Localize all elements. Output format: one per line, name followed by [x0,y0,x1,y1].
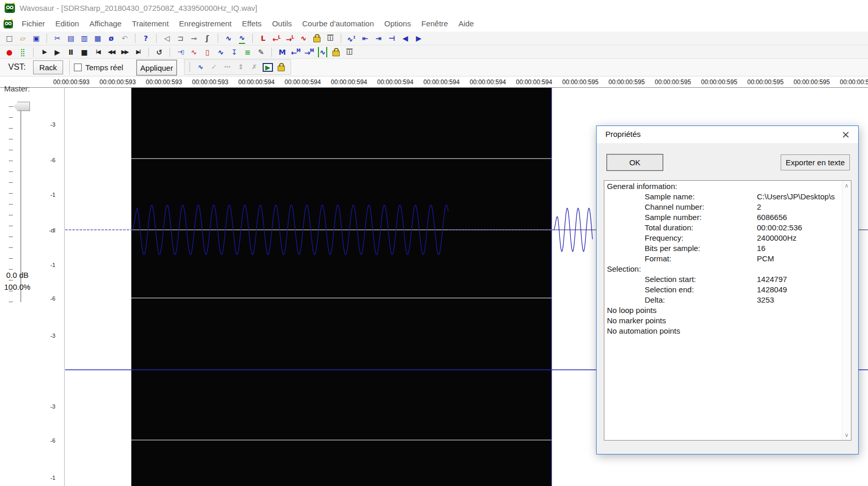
menu-item-traitement[interactable]: Traitement [127,19,174,28]
new-file-button[interactable]: □ [3,33,16,44]
go-to-end-button[interactable]: ▶I [132,46,144,58]
menu-item-options[interactable]: Options [379,19,416,28]
pencil-edit-button[interactable]: ✎ [255,46,267,58]
ruler-label: 00:00:00:595 [794,79,830,86]
stop-icon: ■ [81,47,87,57]
go-to-start-button[interactable]: I◀ [92,46,104,58]
loop-playback-button[interactable]: ↺ [153,46,165,58]
routing-b-button[interactable]: ⊸ [188,33,200,44]
lock-automation-icon [278,66,285,71]
paste-special-icon: ▦ [94,33,101,43]
fast-forward-button[interactable]: ▶▶ [118,46,131,58]
wavosaur-app-icon[interactable] [4,2,16,13]
copy-button[interactable]: ▤ [65,33,77,44]
marker-left-button[interactable]: ←M [290,46,302,58]
dialog-title: Propriétés [605,130,641,138]
help-button[interactable]: ? [140,33,152,44]
play-from-cursor-button[interactable]: I▶ [38,46,50,58]
play-button[interactable]: ▶ [51,46,64,58]
save-file-button[interactable]: ▣ [30,33,42,44]
menu-item-edition[interactable]: Edition [50,19,84,28]
automation-delete-button[interactable]: ✗ [249,61,260,73]
insert-file-button[interactable]: →▯ [174,46,187,58]
automation-curve-button[interactable]: ∿ [195,61,206,73]
vst-apply-button[interactable]: Appliquer [136,60,177,75]
automation-scale-button[interactable]: ↕ [236,61,246,73]
pause-button[interactable]: Ⅱ [65,46,77,58]
dialog-title-bar[interactable]: Propriétés × [597,126,858,143]
select-fit-vertical-button[interactable]: ∿↕ [345,33,358,44]
loop-wave-button[interactable]: ∿ [297,33,310,44]
lock-markers-button[interactable] [330,46,342,58]
export-text-button[interactable]: Exporter en texte [781,154,850,170]
menu-item-aide[interactable]: Aide [453,19,479,28]
document-system-menu-icon[interactable] [3,19,13,29]
lock-loop-button[interactable] [311,33,323,44]
marker-wave-button[interactable]: ∿ [316,46,329,58]
properties-dialog: Propriétés × OK Exporter en texte Genera… [596,126,859,454]
stop-button[interactable]: ■ [78,46,90,58]
cut-button[interactable]: ✂ [51,33,64,44]
paste-special-button[interactable]: ▦ [92,33,104,44]
resample-wave-button[interactable]: ∿ [215,46,227,58]
open-file-icon: ▱ [20,33,26,43]
automation-play-button[interactable]: ▶ [263,61,273,73]
routing-a-button[interactable]: ⊐ [174,33,187,44]
slider-tick [9,161,13,161]
ok-button[interactable]: OK [606,154,663,171]
go-previous-button[interactable]: ◀ [399,33,412,44]
record-button[interactable]: ● [3,46,16,58]
batch-list-button[interactable]: ≡ [241,46,254,58]
menu-item-enregistrement[interactable]: Enregistrement [174,19,237,28]
menu-item-effets[interactable]: Effets [237,19,267,28]
vst-rack-button[interactable]: Rack [33,60,63,74]
loop-right-button[interactable]: →L [284,33,296,44]
monitor-speaker-button[interactable]: ◁ [161,33,173,44]
vst-label: VST: [8,62,26,72]
copy-page-button[interactable]: ▯ [201,46,214,58]
automation-apply-button[interactable]: ✓ [209,61,219,73]
close-icon[interactable]: × [839,127,852,142]
automation-line-button[interactable]: ⋯ [222,61,233,73]
fit-wave-button[interactable]: ∿ [236,33,248,44]
select-bounds-button[interactable]: ⊣ [386,33,398,44]
statistics-curve-button[interactable]: ∿ [188,46,200,58]
tools-wrench-button[interactable]: ʃ [201,33,214,44]
loop-left-button[interactable]: ←L [270,33,283,44]
menu-item-outils[interactable]: Outils [267,19,297,28]
menu-item-fen-tre[interactable]: Fenêtre [416,19,453,28]
clear-selection-button[interactable]: ø [105,33,117,44]
rewind-button[interactable]: ◀◀ [105,46,117,58]
delete-markers-button[interactable]: Ш [343,46,356,58]
lock-automation-button[interactable] [276,61,286,73]
menu-item-fichier[interactable]: Fichier [17,19,50,28]
timeline-ruler[interactable]: 00:00:00:59300:00:00:59300:00:00:59300:0… [0,76,868,88]
select-nudge-left-button[interactable]: ⇤ [359,33,371,44]
marker-button[interactable]: M [276,46,288,58]
scroll-down-icon[interactable]: ∨ [842,431,851,440]
paste-button[interactable]: ▥ [78,33,90,44]
property-label: No automation points [607,326,680,335]
copy-icon: ▤ [67,33,74,43]
go-next-button[interactable]: ▶ [413,33,425,44]
zoom-wave-button[interactable]: ∿ [222,33,235,44]
property-value: 6086656 [757,213,787,222]
level-meter-button[interactable]: ⣿ [17,46,29,58]
menu-item-courbe-d-automation[interactable]: Courbe d'automation [297,19,379,28]
ruler-label: 00:00:00:595 [608,79,645,86]
undo-button[interactable]: ↶ [118,33,131,44]
normalize-button[interactable]: ↧ [228,46,240,58]
menu-item-affichage[interactable]: Affichage [84,19,127,28]
open-file-button[interactable]: ▱ [17,33,29,44]
loop-point-button[interactable]: L [257,33,269,44]
scrollbar[interactable]: ∧ ∨ [842,181,851,440]
select-bounds-icon: ⊣ [389,33,395,43]
delete-loop-button[interactable]: Ш [324,33,337,44]
select-nudge-right-button[interactable]: ⇥ [372,33,385,44]
marker-right-button[interactable]: →M [303,46,315,58]
selection-region[interactable] [131,88,552,486]
copy-page-icon: ▯ [205,47,209,57]
paste-icon: ▥ [81,33,87,43]
scroll-up-icon[interactable]: ∧ [842,181,851,190]
realtime-checkbox[interactable] [74,64,82,71]
